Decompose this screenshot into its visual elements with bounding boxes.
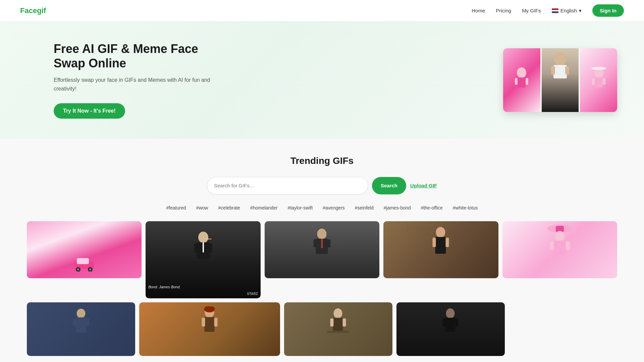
tag-white-lotus[interactable]: #white-lotus <box>451 204 480 212</box>
svg-point-61 <box>446 308 455 318</box>
tag-avengers[interactable]: #avengers <box>321 204 346 212</box>
gif-card-woman-laughing[interactable] <box>383 221 498 278</box>
svg-rect-6 <box>551 66 555 74</box>
tag-taylor-swift[interactable]: #taylor-swift <box>286 204 315 212</box>
tag-celebrate[interactable]: #celebrate <box>216 204 242 212</box>
svg-rect-45 <box>550 241 554 250</box>
svg-point-0 <box>517 67 526 78</box>
svg-point-37 <box>436 227 445 238</box>
gif-card-barbie-hat[interactable] <box>502 221 617 278</box>
svg-rect-21 <box>203 242 204 252</box>
gif-card-dark-scene[interactable] <box>396 302 505 356</box>
svg-rect-7 <box>565 66 569 74</box>
svg-rect-54 <box>202 318 205 326</box>
svg-rect-64 <box>455 318 459 326</box>
svg-rect-46 <box>566 241 570 250</box>
svg-point-56 <box>334 308 342 318</box>
nav-mygifs[interactable]: My GIFs <box>522 8 541 13</box>
svg-rect-30 <box>313 239 317 247</box>
gif-grid-row2 <box>27 302 617 356</box>
svg-point-17 <box>77 268 79 270</box>
svg-rect-38 <box>435 237 446 254</box>
svg-rect-40 <box>446 238 449 247</box>
logo[interactable]: Facegif <box>20 6 46 15</box>
tags-row: #featured #wow #celebrate #homelander #t… <box>27 204 617 212</box>
navbar-right: Home Pricing My GIFs English ▾ Sign In <box>472 4 624 17</box>
hero-img-barbie-right <box>580 48 617 112</box>
svg-rect-23 <box>209 243 212 253</box>
flag-icon <box>552 8 558 13</box>
tag-homelander[interactable]: #homelander <box>248 204 280 212</box>
psycho-silhouette <box>311 228 333 258</box>
barbie-silhouette-right <box>589 67 609 94</box>
gif-card-seinfeld[interactable] <box>27 302 135 356</box>
svg-rect-3 <box>526 78 528 85</box>
tag-wow[interactable]: #wow <box>194 204 210 212</box>
woman-silhouette <box>430 226 452 260</box>
trending-section: Trending GIFs Search Upload GIF #feature… <box>0 139 644 362</box>
nav-pricing[interactable]: Pricing <box>496 8 511 13</box>
search-button[interactable]: Search <box>372 177 406 194</box>
svg-rect-55 <box>214 318 217 326</box>
svg-rect-24 <box>206 239 211 239</box>
svg-rect-14 <box>77 258 89 264</box>
try-now-button[interactable]: Try It Now - It's Free! <box>54 103 125 119</box>
nav-home[interactable]: Home <box>472 8 485 13</box>
dark-person-silhouette <box>440 307 462 338</box>
svg-point-4 <box>554 52 566 66</box>
language-label: English <box>560 8 577 13</box>
upload-gif-link[interactable]: Upload GIF <box>410 183 437 188</box>
bond-caption: Bond. James Bond. <box>148 285 180 289</box>
svg-rect-62 <box>445 318 455 332</box>
svg-point-47 <box>76 309 85 318</box>
redhead-silhouette <box>199 306 220 338</box>
svg-rect-5 <box>553 65 567 78</box>
tag-seinfeld[interactable]: #seinfeld <box>353 204 376 212</box>
svg-rect-60 <box>327 331 349 333</box>
svg-rect-31 <box>327 239 330 247</box>
language-selector[interactable]: English ▾ <box>552 8 582 14</box>
search-input[interactable] <box>214 183 361 188</box>
signin-button[interactable]: Sign In <box>592 4 624 17</box>
gif-card-redhead[interactable] <box>139 302 280 356</box>
tag-featured[interactable]: #featured <box>164 204 188 212</box>
tag-the-office[interactable]: #the-office <box>419 204 445 212</box>
gif-grid-row2-empty <box>509 302 617 356</box>
svg-rect-44 <box>554 241 566 254</box>
search-input-wrap <box>207 177 368 194</box>
svg-rect-53 <box>204 317 214 332</box>
barbie-silhouette <box>512 67 532 94</box>
svg-rect-34 <box>461 221 474 228</box>
svg-point-43 <box>555 231 565 242</box>
svg-rect-63 <box>443 318 446 326</box>
svg-rect-2 <box>515 78 518 85</box>
woman-table-silhouette <box>327 307 349 338</box>
hero-section: Free AI GIF & Meme Face Swap Online Effo… <box>0 21 644 139</box>
office-person <box>70 307 92 338</box>
chevron-down-icon: ▾ <box>579 8 582 14</box>
svg-point-19 <box>198 232 208 243</box>
barbie-car-icon <box>71 255 98 272</box>
gif-card-james-bond[interactable]: Bond. James Bond. STARZ <box>146 221 260 298</box>
svg-rect-10 <box>592 78 595 85</box>
gif-card-woman-table[interactable] <box>284 302 392 356</box>
svg-rect-48 <box>75 317 86 333</box>
svg-point-26 <box>317 229 326 239</box>
svg-rect-59 <box>343 318 346 326</box>
svg-rect-11 <box>603 78 605 85</box>
hero-img-center-person <box>542 48 579 112</box>
hero-title: Free AI GIF & Meme Face Swap Online <box>54 42 228 70</box>
person-silhouette <box>548 52 572 82</box>
svg-rect-9 <box>595 77 603 87</box>
gif-card-barbie-car[interactable] <box>27 221 142 278</box>
svg-point-25 <box>210 238 212 240</box>
hero-image-collage <box>503 48 617 112</box>
tag-james-bond[interactable]: #james-bond <box>382 204 413 212</box>
gif-card-american-psycho[interactable] <box>265 221 379 278</box>
gif-grid-row1: Bond. James Bond. STARZ <box>27 221 617 298</box>
svg-point-18 <box>89 268 91 270</box>
bond-logo: STARZ <box>247 292 258 296</box>
svg-rect-22 <box>194 243 198 253</box>
bond-silhouette <box>192 231 215 265</box>
search-bar-container: Search Upload GIF <box>27 177 617 194</box>
